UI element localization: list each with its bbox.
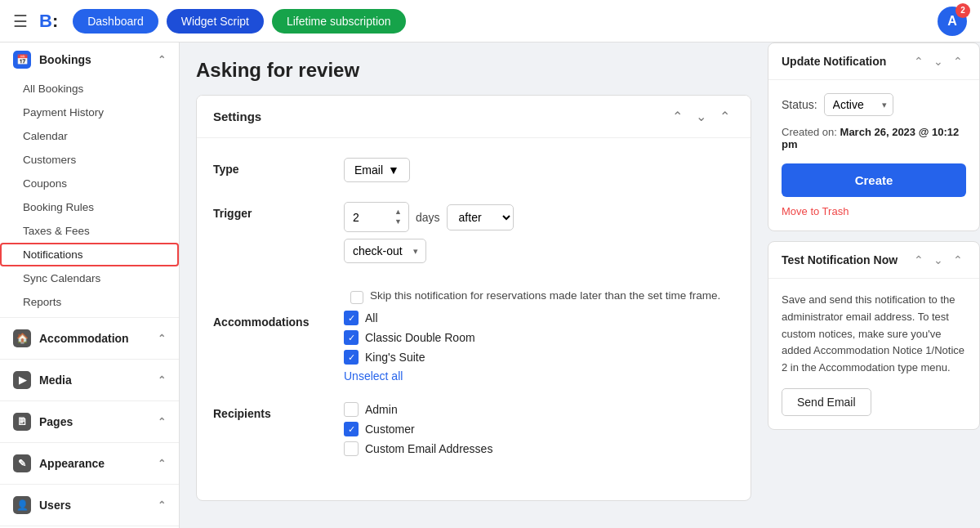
sidebar-item-reports[interactable]: Reports xyxy=(0,290,179,314)
update-notification-title: Update Notification xyxy=(782,55,886,68)
accom-all-checkbox[interactable]: ✓ xyxy=(344,311,359,325)
recipient-custom-label: Custom Email Addresses xyxy=(365,442,492,455)
accom-all-label: All xyxy=(365,311,378,324)
skip-text: Skip this notification for reservations … xyxy=(370,289,720,302)
status-select[interactable]: Active Inactive xyxy=(824,93,893,116)
unselect-all-link[interactable]: Unselect all xyxy=(344,369,403,383)
sidebar-item-payment-history[interactable]: Payment History xyxy=(0,101,179,124)
sidebar-item-all-bookings[interactable]: All Bookings xyxy=(0,77,179,101)
sidebar-item-taxes-fees[interactable]: Taxes & Fees xyxy=(0,219,179,243)
test-body-text: Save and send this notification to the a… xyxy=(782,293,964,374)
status-row: Status: Active Inactive xyxy=(782,93,966,116)
accommodations-label: Accommodations xyxy=(213,311,344,329)
right-panel: Update Notification ⌃ ⌄ ⌃ Status: Active… xyxy=(768,43,980,528)
user-avatar[interactable]: A 2 xyxy=(938,7,967,36)
trigger-decrement[interactable]: ▼ xyxy=(394,217,403,226)
notification-badge: 2 xyxy=(956,3,970,18)
trigger-spinner: ▲ ▼ xyxy=(394,208,403,226)
content-area: Asking for review Settings ⌃ ⌄ ⌃ Type Em… xyxy=(180,43,768,528)
media-icon: ▶ xyxy=(13,371,31,389)
type-control: Email ▼ xyxy=(344,158,734,182)
update-notification-body: Status: Active Inactive Created on: Marc… xyxy=(768,80,979,230)
accommodations-row: Accommodations ✓ All ✓ Classic Double Ro… xyxy=(213,311,734,383)
settings-header-label: Settings xyxy=(213,110,261,123)
test-collapse-up[interactable]: ⌃ xyxy=(911,252,927,268)
recipient-customer: ✓ Customer xyxy=(344,422,734,436)
type-row: Type Email ▼ xyxy=(213,158,734,182)
type-select-wrapper[interactable]: Email ▼ xyxy=(344,158,410,182)
accommodation-chevron: ⌃ xyxy=(158,333,166,344)
settings-body: Type Email ▼ Trigger xyxy=(197,138,751,500)
test-header-actions: ⌃ ⌄ ⌃ xyxy=(911,252,966,268)
users-chevron: ⌃ xyxy=(158,499,166,511)
trigger-row: Trigger ▲ ▼ days xyxy=(213,202,734,263)
test-notification-body: Save and send this notification to the a… xyxy=(768,279,979,429)
sidebar-item-notifications[interactable]: Notifications xyxy=(0,243,179,266)
sidebar-group-pages[interactable]: 🖹 Pages ⌃ xyxy=(0,405,179,439)
update-collapse-down[interactable]: ⌄ xyxy=(930,53,947,69)
sidebar-group-users[interactable]: 👤 Users ⌃ xyxy=(0,488,179,522)
pages-chevron: ⌃ xyxy=(158,416,166,427)
pages-group-label: Pages xyxy=(39,415,158,428)
widget-script-button[interactable]: Widget Script xyxy=(167,9,264,34)
accom-classic: ✓ Classic Double Room xyxy=(344,330,734,345)
create-button[interactable]: Create xyxy=(782,163,966,197)
skip-checkbox[interactable] xyxy=(350,291,363,304)
type-chevron-icon: ▼ xyxy=(388,163,399,177)
test-collapse-down[interactable]: ⌄ xyxy=(930,252,947,268)
logo: B: xyxy=(39,11,58,32)
sidebar-item-calendar[interactable]: Calendar xyxy=(0,124,179,148)
update-notification-card: Update Notification ⌃ ⌄ ⌃ Status: Active… xyxy=(768,43,980,231)
created-on-text: Created on: March 26, 2023 @ 10:12 pm xyxy=(782,126,966,150)
sidebar-group-bookings[interactable]: 📅 Bookings ⌃ xyxy=(0,43,179,77)
settings-collapse-down[interactable]: ⌄ xyxy=(692,107,710,126)
appearance-group-label: Appearance xyxy=(39,457,158,470)
accommodation-group-label: Accommodation xyxy=(39,332,158,345)
pages-icon: 🖹 xyxy=(13,413,31,431)
accom-kings-checkbox[interactable]: ✓ xyxy=(344,350,359,365)
test-notification-card: Test Notification Now ⌃ ⌄ ⌃ Save and sen… xyxy=(768,241,980,430)
settings-expand[interactable]: ⌃ xyxy=(715,107,734,126)
accommodation-icon: 🏠 xyxy=(13,329,31,347)
move-to-trash-button[interactable]: Move to Trash xyxy=(782,205,849,217)
update-expand[interactable]: ⌃ xyxy=(950,53,966,69)
accom-classic-checkbox[interactable]: ✓ xyxy=(344,330,359,345)
bookings-group-label: Bookings xyxy=(39,53,158,66)
lifetime-button[interactable]: Lifetime subscription xyxy=(272,9,406,34)
sidebar-group-accommodation[interactable]: 🏠 Accommodation ⌃ xyxy=(0,321,179,356)
trigger-increment[interactable]: ▲ xyxy=(394,208,403,217)
recipient-custom-email: Custom Email Addresses xyxy=(344,441,734,456)
sidebar-item-customers[interactable]: Customers xyxy=(0,148,179,172)
media-chevron: ⌃ xyxy=(158,374,166,386)
skip-row: Skip this notification for reservations … xyxy=(213,283,734,311)
accom-classic-label: Classic Double Room xyxy=(365,331,475,344)
sidebar-group-media[interactable]: ▶ Media ⌃ xyxy=(0,363,179,397)
sidebar-item-sync-calendars[interactable]: Sync Calendars xyxy=(0,266,179,290)
accom-all: ✓ All xyxy=(344,311,734,325)
send-email-button[interactable]: Send Email xyxy=(782,388,871,416)
recipient-custom-checkbox[interactable] xyxy=(344,441,359,456)
dashboard-button[interactable]: Dashboard xyxy=(73,9,158,34)
settings-header: Settings ⌃ ⌄ ⌃ xyxy=(197,96,751,138)
test-expand[interactable]: ⌃ xyxy=(950,252,966,268)
appearance-icon: ✎ xyxy=(13,454,31,472)
sidebar-item-booking-rules[interactable]: Booking Rules xyxy=(0,195,179,219)
trigger-days-input: ▲ ▼ xyxy=(344,202,409,232)
settings-panel: Settings ⌃ ⌄ ⌃ Type Email ▼ xyxy=(196,95,751,501)
sidebar-item-coupons[interactable]: Coupons xyxy=(0,172,179,195)
recipients-row: Recipients Admin ✓ Customer Custom Ema xyxy=(213,402,734,461)
menu-icon[interactable]: ☰ xyxy=(13,11,28,31)
settings-collapse-up[interactable]: ⌃ xyxy=(668,107,687,126)
sidebar-group-appearance[interactable]: ✎ Appearance ⌃ xyxy=(0,446,179,481)
update-collapse-up[interactable]: ⌃ xyxy=(911,53,927,69)
page-title: Asking for review xyxy=(196,59,751,82)
accom-kings: ✓ King's Suite xyxy=(344,350,734,365)
trigger-days-field[interactable] xyxy=(353,211,394,224)
recipient-customer-checkbox[interactable]: ✓ xyxy=(344,422,359,436)
recipient-admin-checkbox[interactable] xyxy=(344,402,359,417)
trigger-checkout-select[interactable]: check-out check-in xyxy=(344,239,426,263)
type-label: Type xyxy=(213,158,344,176)
test-notification-header: Test Notification Now ⌃ ⌄ ⌃ xyxy=(768,242,979,279)
appearance-chevron: ⌃ xyxy=(158,458,166,469)
trigger-after-select[interactable]: after before xyxy=(447,204,514,230)
